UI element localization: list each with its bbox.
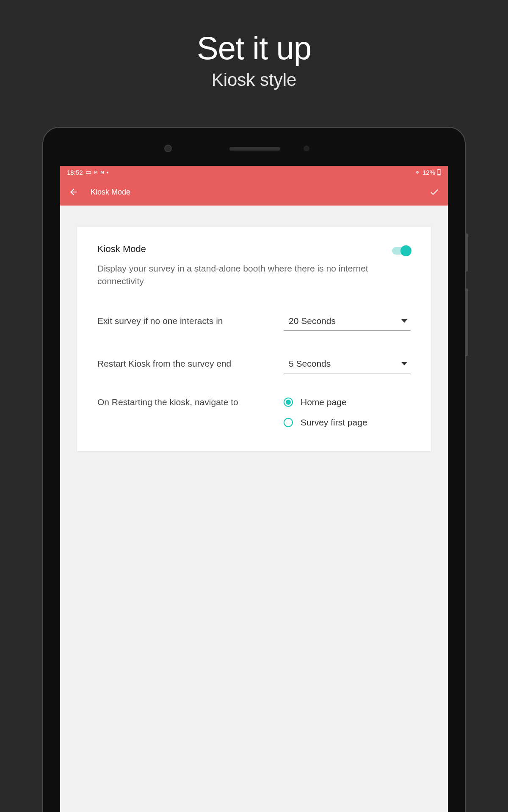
status-right: 12% — [414, 169, 441, 176]
tablet-sensor — [304, 145, 309, 151]
radio-icon — [284, 398, 293, 407]
status-left: 18:52 ▭ ᴍ ᴍ • — [67, 168, 109, 176]
section-description: Display your survey in a stand-alone boo… — [97, 262, 373, 288]
settings-card: Kiosk Mode Display your survey in a stan… — [77, 227, 431, 451]
screen: 18:52 ▭ ᴍ ᴍ • 12% Kiosk Mode Ki — [60, 166, 448, 812]
tablet-camera — [164, 145, 172, 152]
status-icon: ▭ — [86, 168, 91, 176]
restart-delay-dropdown[interactable]: 5 Seconds — [284, 354, 411, 373]
section-title: Kiosk Mode — [97, 244, 146, 255]
kiosk-mode-toggle[interactable] — [392, 247, 411, 255]
tablet-side-button — [465, 233, 468, 272]
restart-delay-label: Restart Kiosk from the survey end — [97, 359, 231, 369]
confirm-check-icon[interactable] — [429, 187, 439, 197]
battery-text: 12% — [422, 169, 435, 176]
svg-rect-1 — [438, 169, 440, 170]
tablet-frame: 18:52 ▭ ᴍ ᴍ • 12% Kiosk Mode Ki — [42, 127, 466, 812]
exit-timeout-dropdown[interactable]: 20 Seconds — [284, 312, 411, 331]
exit-timeout-label: Exit survey if no one interacts in — [97, 316, 223, 326]
battery-icon — [437, 169, 441, 176]
status-icon: • — [107, 169, 109, 176]
svg-rect-2 — [438, 174, 440, 175]
radio-home-page[interactable]: Home page — [284, 397, 411, 407]
radio-icon — [284, 418, 293, 427]
status-time: 18:52 — [67, 169, 83, 176]
hero-subtitle: Kiosk style — [0, 70, 508, 90]
radio-survey-first-page[interactable]: Survey first page — [284, 417, 411, 428]
radio-label: Home page — [301, 397, 347, 407]
tablet-speaker — [229, 147, 280, 151]
exit-timeout-value: 20 Seconds — [289, 316, 336, 326]
chevron-down-icon — [401, 362, 407, 365]
status-icon: ᴍ — [100, 169, 104, 175]
navigate-radio-group: Home page Survey first page — [284, 397, 411, 428]
hero-title: Set it up — [0, 30, 508, 66]
status-bar: 18:52 ▭ ᴍ ᴍ • 12% — [60, 166, 448, 178]
tablet-side-button — [465, 288, 468, 356]
chevron-down-icon — [401, 319, 407, 323]
hero: Set it up Kiosk style — [0, 0, 508, 90]
back-arrow-icon[interactable] — [69, 187, 79, 197]
app-bar: Kiosk Mode — [60, 178, 448, 206]
status-icon: ᴍ — [94, 169, 98, 175]
restart-delay-value: 5 Seconds — [289, 359, 331, 369]
radio-label: Survey first page — [301, 417, 367, 428]
wifi-icon — [414, 170, 421, 175]
toggle-thumb — [400, 245, 411, 256]
navigate-label: On Restarting the kiosk, navigate to — [97, 397, 238, 407]
app-bar-title: Kiosk Mode — [91, 188, 429, 197]
